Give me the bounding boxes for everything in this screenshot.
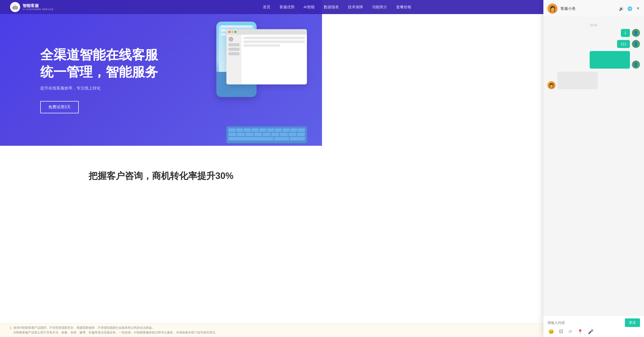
main-nav: 首页 客服优势 AI智能 数据报表 技术保障 功能简介 套餐价格 xyxy=(69,5,322,10)
key xyxy=(228,133,236,136)
key xyxy=(259,128,266,132)
key xyxy=(290,137,305,140)
key xyxy=(289,133,296,136)
key-space xyxy=(228,137,273,140)
nav-home[interactable]: 首页 xyxy=(263,5,270,10)
key-row-1 xyxy=(228,128,305,132)
key-row-3 xyxy=(228,137,305,140)
hero-content: 全渠道智能在线客服 统一管理，智能服务 提升在线客服效率，专注线上转化 免费试用… xyxy=(0,31,322,128)
hero-subtitle: 提升在线客服效率，专注线上转化 xyxy=(40,86,322,91)
key xyxy=(298,128,305,132)
key xyxy=(267,128,274,132)
logo-icon: 🤖 xyxy=(10,2,20,12)
hero-title-line1: 全渠道智能在线客服 xyxy=(40,47,158,62)
key xyxy=(290,128,297,132)
logo-main-text: 智能客服 xyxy=(23,3,54,8)
key xyxy=(263,133,270,136)
key xyxy=(244,128,251,132)
key xyxy=(252,128,259,132)
hero-title-line2: 统一管理，智能服务 xyxy=(40,65,158,79)
hero-section: 全渠道智能在线客服 统一管理，智能服务 提升在线客服效率，专注线上转化 免费试用… xyxy=(0,0,322,146)
key xyxy=(237,133,245,136)
keyboard-area xyxy=(226,126,307,143)
phone-bar-1 xyxy=(221,25,252,27)
hero-title: 全渠道智能在线客服 统一管理，智能服务 xyxy=(40,46,322,80)
key xyxy=(236,128,243,132)
key xyxy=(297,133,305,136)
trial-button[interactable]: 免费试用3天 xyxy=(40,101,79,113)
logo-sub-text: AI CUSTOMER SERVICE xyxy=(23,8,54,11)
lower-section: 把握客户咨询，商机转化率提升30% xyxy=(0,146,322,221)
key xyxy=(275,128,282,132)
nav-ai[interactable]: AI智能 xyxy=(304,5,315,10)
key xyxy=(271,133,279,136)
key xyxy=(274,137,289,140)
key xyxy=(246,133,253,136)
key-row-2 xyxy=(228,133,305,136)
lower-title: 把握客户咨询，商机转化率提升30% xyxy=(89,170,233,182)
header: 🤖 智能客服 AI CUSTOMER SERVICE 首页 客服优势 AI智能 … xyxy=(0,0,322,14)
key xyxy=(280,133,288,136)
key xyxy=(283,128,290,132)
logo: 🤖 智能客服 AI CUSTOMER SERVICE xyxy=(10,2,54,12)
key xyxy=(254,133,262,136)
key xyxy=(228,128,235,132)
nav-advantage[interactable]: 客服优势 xyxy=(279,5,295,10)
